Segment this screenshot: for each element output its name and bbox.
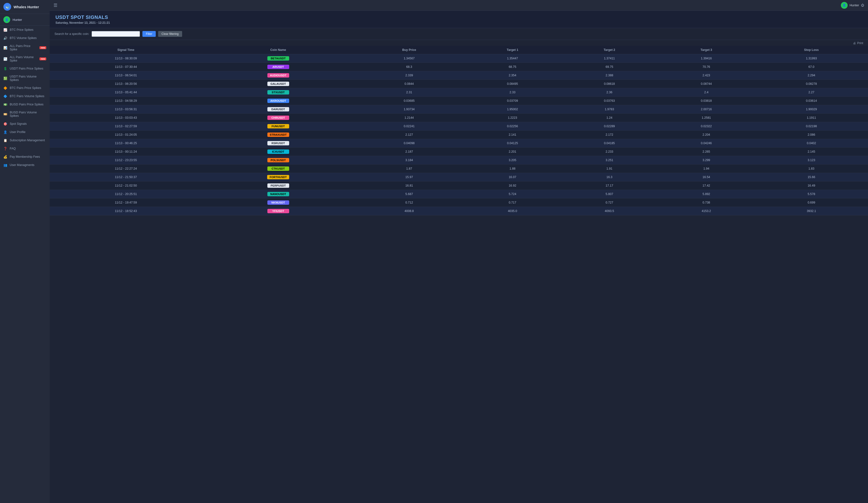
target-1: 5.724: [464, 190, 561, 198]
stop-loss: 0.08278: [755, 80, 868, 88]
table-row: 11/12 - 23:23:55POLSUSDT3.1843.2053.2513…: [50, 156, 868, 165]
stop-loss: 67.0: [755, 63, 868, 71]
target-2: 2.233: [561, 147, 658, 156]
sidebar-item-spot-signals[interactable]: 🎯Spot Signals: [0, 120, 50, 128]
buy-price: 0.712: [354, 198, 464, 207]
sidebar-item-label-btc-pairs-price-spikes: BTC Pairs Price Spikes: [10, 86, 41, 90]
buy-price: 3.184: [354, 156, 464, 165]
signal-time: 11/13 - 00:11:24: [50, 147, 202, 156]
clear-filter-button[interactable]: Clear filtering: [158, 31, 182, 37]
target-3: 1.2581: [658, 114, 755, 122]
sidebar-item-label-btc-price-spikes: BTC Price Spikes: [10, 28, 33, 31]
sidebar-item-label-subscription: Subscription Management: [10, 138, 45, 142]
btc-volume-spikes-icon: 🔊: [3, 36, 7, 40]
sidebar-item-btc-pairs-volume-spikes[interactable]: 🔷BTC Pairs Volume Spikes: [0, 92, 50, 100]
table-row: 11/13 - 05:41:44STXUSDT2.312.332.362.42.…: [50, 88, 868, 97]
table-row: 11/13 - 04:58:29AKROUSDT0.036850.037090.…: [50, 97, 868, 105]
target-3: 1.39416: [658, 54, 755, 63]
coin-name: NKNUSDT: [202, 198, 354, 207]
coin-name: BETAUSDT: [202, 54, 354, 63]
btc-pairs-price-spikes-icon: 🔶: [3, 86, 7, 90]
target-3: 16.54: [658, 173, 755, 182]
signals-table: Signal TimeCoin NameBuy PriceTarget 1Tar…: [50, 46, 868, 215]
sidebar-item-usdt-pairs-price-spikes[interactable]: 💲USDT Pairs Price Spikes: [0, 64, 50, 73]
target-1: 2.201: [464, 147, 561, 156]
target-1: 0.04125: [464, 139, 561, 147]
sidebar-item-label-all-pairs-price-spike: ALL Pairs Price Spike: [10, 44, 37, 51]
coin-name: POLSUSDT: [202, 156, 354, 165]
sidebar-item-user-profile[interactable]: 👤User Profile: [0, 128, 50, 136]
coin-name: YFIUSDT: [202, 207, 354, 215]
sidebar-item-label-btc-pairs-volume-spikes: BTC Pairs Volume Spikes: [10, 94, 44, 98]
target-3: 2.265: [658, 147, 755, 156]
app-logo: 🐋: [3, 3, 11, 11]
sidebar-username: Hunter: [13, 18, 22, 22]
target-3: 0.02322: [658, 122, 755, 131]
target-1: 2.354: [464, 71, 561, 80]
signal-time: 11/13 - 02:27:59: [50, 122, 202, 131]
target-1: 1.88: [464, 165, 561, 173]
target-3: 5.892: [658, 190, 755, 198]
coin-name: CHRUSDT: [202, 114, 354, 122]
sidebar-item-subscription[interactable]: 📋Subscription Management: [0, 136, 50, 144]
coin-badge: NKNUSDT: [267, 201, 289, 205]
page-header: USDT SPOT SIGNALS Saturday, November 13,…: [50, 11, 868, 28]
stop-loss: 3.123: [755, 156, 868, 165]
coin-badge: NANOUSDT: [267, 192, 289, 196]
target-2: 4093.5: [561, 207, 658, 215]
target-1: 2.141: [464, 131, 561, 139]
signal-time: 11/13 - 08:30:09: [50, 54, 202, 63]
sidebar-item-faq[interactable]: ❓FAQ: [0, 144, 50, 153]
power-icon[interactable]: ⏻: [861, 3, 864, 7]
all-pairs-volume-spike-icon: 📉: [3, 57, 7, 61]
target-2: 0.03763: [561, 97, 658, 105]
table-header-row: Signal TimeCoin NameBuy PriceTarget 1Tar…: [50, 46, 868, 54]
target-3: 0.08744: [658, 80, 755, 88]
sidebar-item-busd-pairs-price-spikes[interactable]: 💵BUSD Pairs Price Spikes: [0, 100, 50, 109]
stop-loss: 1.31993: [755, 54, 868, 63]
sidebar-header: 🐋 Whales Hunter: [0, 0, 50, 14]
usdt-pairs-volume-spikes-icon: 💹: [3, 76, 7, 80]
coin-badge: CHRUSDT: [267, 115, 289, 120]
buy-price: 2.127: [354, 131, 464, 139]
table-row: 11/13 - 02:27:59FUNUSDT0.022410.022560.0…: [50, 122, 868, 131]
buy-price: 5.687: [354, 190, 464, 198]
print-label: Print: [857, 41, 863, 45]
table-row: 11/12 - 21:02:50PERPUSDT16.8116.9217.171…: [50, 182, 868, 190]
target-1: 3.205: [464, 156, 561, 165]
sidebar-item-usdt-pairs-volume-spikes[interactable]: 💹USDT Pairs Volume Spikes: [0, 73, 50, 84]
signal-time: 11/13 - 04:58:29: [50, 97, 202, 105]
target-1: 68.75: [464, 63, 561, 71]
signal-time: 11/13 - 00:46:25: [50, 139, 202, 147]
target-1: 0.03709: [464, 97, 561, 105]
signal-time: 11/12 - 22:27:24: [50, 165, 202, 173]
target-2: 0.04185: [561, 139, 658, 147]
sidebar-item-btc-volume-spikes[interactable]: 🔊BTC Volume Spikes: [0, 34, 50, 42]
filter-button[interactable]: Filter: [142, 31, 156, 37]
search-input[interactable]: [92, 31, 140, 37]
coin-badge: YFIUSDT: [267, 209, 289, 213]
table-row: 11/13 - 03:56:31DARUSDT1.937341.950021.9…: [50, 105, 868, 114]
coin-badge: FORTHUSDT: [267, 175, 289, 179]
sidebar-item-all-pairs-price-spike[interactable]: 📊ALL Pairs Price Spikenew: [0, 42, 50, 53]
target-2: 0.02289: [561, 122, 658, 131]
sidebar-item-all-pairs-volume-spike[interactable]: 📉ALL Pairs Volume Spikenew: [0, 53, 50, 64]
hamburger-icon[interactable]: ☰: [53, 3, 58, 8]
btc-price-spikes-icon: 📈: [3, 28, 7, 32]
col-header-signal-time: Signal Time: [50, 46, 202, 54]
stop-loss: 2.145: [755, 147, 868, 156]
sidebar-item-busd-pairs-volume-spikes[interactable]: 💴BUSD Pairs Volume Spikes: [0, 109, 50, 120]
target-1: 2.33: [464, 88, 561, 97]
sidebar-item-btc-price-spikes[interactable]: 📈BTC Price Spikes: [0, 26, 50, 34]
sidebar-item-label-btc-volume-spikes: BTC Volume Spikes: [10, 36, 37, 40]
sidebar-item-pay-membership[interactable]: 💰Pay Membership Fees: [0, 153, 50, 161]
sidebar-item-user-managements[interactable]: 👥User Managments: [0, 161, 50, 169]
coin-badge: PERPUSDT: [267, 183, 289, 188]
page-subtitle: Saturday, November 13, 2021 - 12:21:21: [55, 21, 862, 24]
target-3: 2.4: [658, 88, 755, 97]
print-button[interactable]: 🖨 Print: [853, 41, 863, 45]
sidebar-item-btc-pairs-price-spikes[interactable]: 🔶BTC Pairs Price Spikes: [0, 84, 50, 92]
badge-all-pairs-price-spike: new: [40, 46, 46, 49]
coin-badge: STXUSDT: [267, 90, 289, 94]
buy-price: 2.187: [354, 147, 464, 156]
